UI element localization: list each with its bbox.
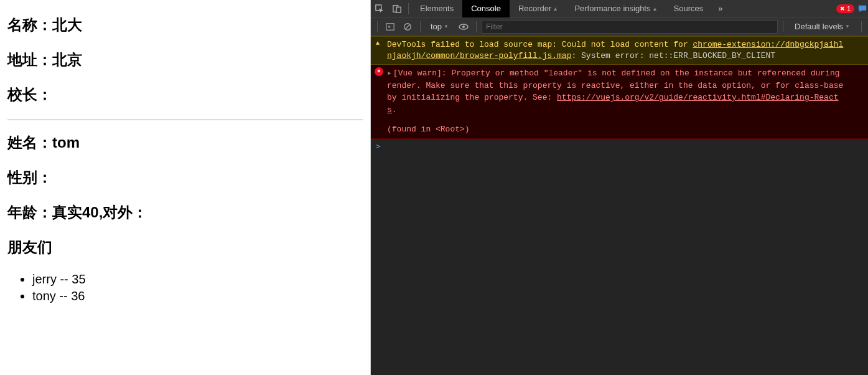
context-selector[interactable]: top▼ (426, 22, 454, 31)
friends-heading: 朋友们 (7, 237, 363, 257)
console-warning-message[interactable]: DevTools failed to load source map: Coul… (371, 36, 868, 65)
toggle-device-icon[interactable] (388, 0, 406, 17)
tab-recorder[interactable]: Recorder▴ (510, 0, 566, 17)
vue-docs-link[interactable]: https://vuejs.org/v2/guide/reactivity.ht… (557, 93, 838, 102)
toggle-sidebar-icon[interactable] (383, 19, 398, 34)
list-item: tony -- 36 (32, 289, 363, 303)
person-gender-heading: 性别： (7, 168, 363, 188)
page-content: 名称：北大 地址：北京 校长： 姓名：tom 性别： 年龄：真实40,对外： 朋… (0, 0, 371, 375)
error-icon: ✖ (375, 67, 383, 76)
live-expression-icon[interactable] (456, 19, 471, 34)
experimental-icon: ▴ (653, 0, 656, 17)
chevron-down-icon: ▼ (444, 24, 449, 29)
clear-console-icon[interactable] (400, 19, 415, 34)
experimental-icon: ▴ (554, 0, 557, 17)
chat-icon[interactable] (858, 0, 868, 17)
console-prompt[interactable]: > (371, 139, 868, 153)
separator (861, 21, 862, 32)
devtools-panel: Elements Console Recorder▴ Performance i… (371, 0, 868, 375)
school-name-heading: 名称：北大 (7, 15, 363, 35)
console-output: DevTools failed to load source map: Coul… (371, 36, 868, 375)
separator (476, 21, 477, 32)
tab-sources[interactable]: Sources (665, 0, 712, 17)
console-toolbar: top▼ Default levels▼ (371, 17, 868, 36)
school-address-heading: 地址：北京 (7, 50, 363, 70)
filter-input[interactable] (482, 20, 778, 34)
svg-rect-2 (396, 7, 401, 12)
separator (783, 21, 783, 32)
console-error-message[interactable]: ✖ ▸[Vue warn]: Property or method "leade… (371, 65, 868, 139)
school-leader-heading: 校长： (7, 85, 363, 105)
log-levels-selector[interactable]: Default levels▼ (788, 22, 856, 31)
person-name-heading: 姓名：tom (7, 133, 363, 153)
chevron-down-icon: ▼ (845, 24, 850, 29)
svg-point-7 (462, 26, 465, 28)
tab-performance-insights[interactable]: Performance insights▴ (566, 0, 665, 17)
inspect-element-icon[interactable] (371, 0, 388, 17)
tab-elements[interactable]: Elements (411, 0, 462, 17)
list-item: jerry -- 35 (32, 272, 363, 287)
tab-console[interactable]: Console (462, 0, 510, 17)
separator (408, 3, 409, 14)
divider (7, 120, 363, 120)
person-age-heading: 年龄：真实40,对外： (7, 202, 363, 222)
svg-line-5 (406, 24, 410, 29)
error-count-badge[interactable]: ✖1 (836, 4, 854, 13)
expand-caret-icon[interactable]: ▸ (387, 69, 392, 78)
error-x-icon: ✖ (840, 6, 845, 12)
vue-docs-link-cont[interactable]: s (387, 105, 392, 115)
more-tabs-button[interactable]: » (712, 4, 729, 13)
separator (420, 21, 421, 32)
separator (377, 21, 378, 32)
devtools-tab-bar: Elements Console Recorder▴ Performance i… (371, 0, 868, 17)
friends-list: jerry -- 35 tony -- 36 (32, 272, 363, 303)
